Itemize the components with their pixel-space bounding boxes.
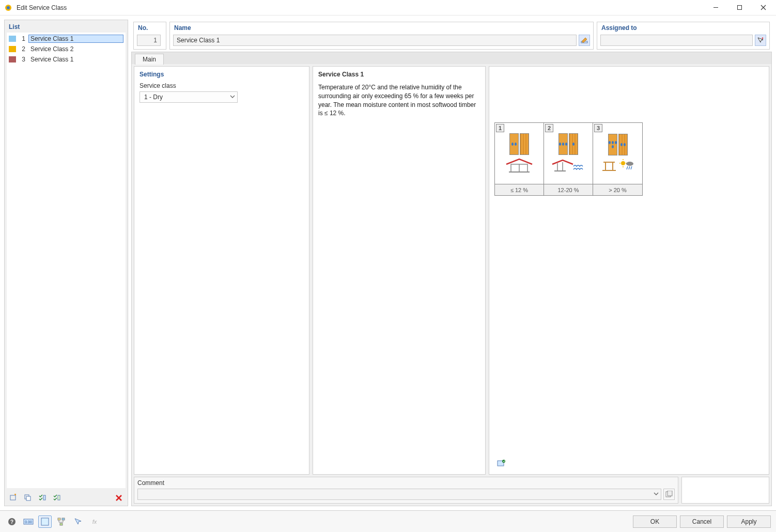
card-number: 1 xyxy=(496,124,504,132)
comment-library-button[interactable] xyxy=(663,489,675,500)
svg-rect-5 xyxy=(26,496,30,500)
no-label: No. xyxy=(134,22,166,33)
description-text: Temperature of 20°C and the relative hum… xyxy=(318,83,480,118)
list-item-index: 1 xyxy=(19,35,25,42)
minimize-button[interactable] xyxy=(704,1,727,15)
chevron-down-icon xyxy=(654,491,659,498)
list-panel: List 1 Service Class 1 2 Service Class 2… xyxy=(4,20,128,506)
apply-button[interactable]: Apply xyxy=(727,515,771,528)
list-item-label: Service Class 1 xyxy=(28,56,123,63)
illustration-info-button[interactable] xyxy=(495,458,507,469)
svg-text:?: ? xyxy=(10,519,13,525)
color-button[interactable] xyxy=(38,515,52,528)
chevron-down-icon xyxy=(230,93,235,101)
name-box: Name Service Class 1 xyxy=(169,22,594,50)
service-class-value: 1 - Dry xyxy=(144,93,163,101)
list-item-index: 3 xyxy=(19,56,25,63)
delete-item-button[interactable] xyxy=(113,492,125,504)
list-item-index: 2 xyxy=(19,45,25,53)
close-window-button[interactable] xyxy=(751,1,775,15)
card-caption: > 20 % xyxy=(593,184,642,195)
list-item-label: Service Class 2 xyxy=(28,45,123,53)
comment-label: Comment xyxy=(137,479,675,489)
svg-point-24 xyxy=(626,162,633,166)
ok-button[interactable]: OK xyxy=(633,515,677,528)
illustration-card-1: 1 xyxy=(495,123,544,195)
new-item-button[interactable] xyxy=(8,492,19,504)
maximize-button[interactable] xyxy=(727,1,751,15)
window-titlebar: Edit Service Class xyxy=(0,0,776,15)
no-value: 1 xyxy=(137,35,161,46)
svg-line-25 xyxy=(627,166,628,169)
illustration-card-3: 3 xyxy=(593,123,642,195)
detail-panel: No. 1 Name Service Class 1 Assigned to xyxy=(131,20,772,506)
list-item[interactable]: 2 Service Class 2 xyxy=(7,44,126,54)
svg-rect-7 xyxy=(58,495,60,500)
list-item-label: Service Class 1 xyxy=(28,35,123,43)
list-toolbar xyxy=(5,490,128,506)
window-title: Edit Service Class xyxy=(17,4,67,11)
svg-rect-6 xyxy=(43,495,45,500)
name-label: Name xyxy=(170,22,593,33)
svg-text:fx: fx xyxy=(92,519,97,525)
rename-button[interactable] xyxy=(579,35,590,46)
assigned-box: Assigned to xyxy=(597,22,770,50)
color-swatch-icon xyxy=(9,36,16,42)
settings-title: Settings xyxy=(139,71,304,78)
comment-input[interactable] xyxy=(137,489,661,500)
cancel-button[interactable]: Cancel xyxy=(680,515,724,528)
illustration-cards: 1 xyxy=(494,122,643,196)
svg-point-29 xyxy=(502,460,505,463)
svg-text:0.00: 0.00 xyxy=(25,520,32,524)
card-caption: 12-20 % xyxy=(544,184,593,195)
name-input[interactable]: Service Class 1 xyxy=(173,35,577,46)
copy-item-button[interactable] xyxy=(22,492,34,504)
service-class-label: Service class xyxy=(139,82,304,89)
svg-point-19 xyxy=(621,161,625,165)
app-icon xyxy=(4,4,12,12)
select-assigned-button[interactable] xyxy=(755,35,766,46)
card-number: 3 xyxy=(594,124,602,132)
list-item[interactable]: 1 Service Class 1 xyxy=(7,34,126,44)
comment-side-panel xyxy=(681,477,769,504)
svg-rect-2 xyxy=(737,6,741,10)
assigned-label: Assigned to xyxy=(597,22,769,33)
comment-box: Comment xyxy=(134,477,678,504)
check-unused-button[interactable] xyxy=(37,492,48,504)
help-button[interactable]: ? xyxy=(5,515,19,528)
svg-line-27 xyxy=(631,166,632,169)
check-all-button[interactable] xyxy=(51,492,63,504)
card-caption: ≤ 12 % xyxy=(495,184,544,195)
list-item[interactable]: 3 Service Class 1 xyxy=(7,54,126,65)
svg-point-1 xyxy=(7,6,10,9)
svg-rect-37 xyxy=(58,518,60,520)
indoor-house-icon xyxy=(504,158,535,174)
svg-rect-3 xyxy=(10,495,15,500)
color-swatch-icon xyxy=(9,56,16,62)
svg-line-26 xyxy=(629,166,630,169)
settings-box: Settings Service class 1 - Dry xyxy=(134,66,309,475)
sun-rain-icon xyxy=(619,159,634,174)
svg-rect-36 xyxy=(41,518,49,525)
description-title: Service Class 1 xyxy=(318,71,480,78)
svg-rect-39 xyxy=(60,523,63,525)
description-box: Service Class 1 Temperature of 20°C and … xyxy=(313,66,486,475)
illustration-card-2: 2 xyxy=(544,123,593,195)
function-button[interactable]: fx xyxy=(88,515,101,528)
dialog-footer: ? 0.00 fx OK Cancel Apply xyxy=(0,510,776,532)
assigned-input[interactable] xyxy=(600,35,753,46)
tree-button[interactable] xyxy=(55,515,68,528)
units-button[interactable]: 0.00 xyxy=(22,515,35,528)
no-box: No. 1 xyxy=(133,22,166,50)
service-class-list[interactable]: 1 Service Class 1 2 Service Class 2 3 Se… xyxy=(7,33,126,488)
card-number: 2 xyxy=(545,124,553,132)
open-frame-icon xyxy=(601,159,617,173)
service-class-combo[interactable]: 1 - Dry xyxy=(139,91,238,103)
list-header: List xyxy=(5,20,128,33)
tab-main[interactable]: Main xyxy=(135,54,164,65)
svg-rect-31 xyxy=(668,491,672,496)
color-swatch-icon xyxy=(9,46,16,52)
pick-button[interactable] xyxy=(71,515,85,528)
illustration-box: 1 xyxy=(489,66,769,475)
shelter-water-icon xyxy=(550,158,586,174)
